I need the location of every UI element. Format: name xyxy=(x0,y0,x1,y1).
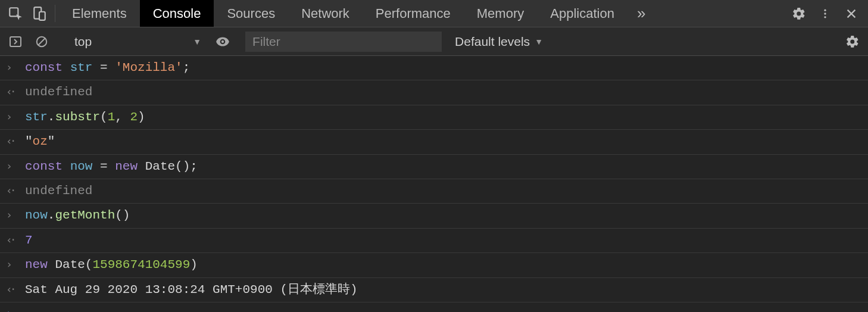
console-input-row: ›const str = 'Mozilla'; xyxy=(0,56,868,80)
chevron-double-right-icon: » xyxy=(637,4,645,23)
prompt-marker-icon: › xyxy=(6,305,17,312)
toggle-device-toolbar-icon[interactable] xyxy=(27,0,51,27)
svg-point-4 xyxy=(824,13,826,14)
tabbar-right xyxy=(786,0,868,27)
output-marker-icon: ‹· xyxy=(6,282,17,297)
log-content: const now = new Date(); xyxy=(25,158,198,175)
console-settings-icon[interactable] xyxy=(842,32,863,51)
log-content: const str = 'Mozilla'; xyxy=(25,59,190,76)
tab-elements[interactable]: Elements xyxy=(59,0,140,27)
input-marker-icon: › xyxy=(6,60,17,74)
kebab-menu-icon[interactable] xyxy=(812,8,838,20)
filter-textbox[interactable] xyxy=(245,32,442,52)
devtools-tabbar: ElementsConsoleSourcesNetworkPerformance… xyxy=(0,0,868,27)
log-content: undefined xyxy=(25,182,92,199)
levels-label: Default levels xyxy=(455,35,530,49)
settings-icon[interactable] xyxy=(786,7,812,21)
console-output-row: ‹·7 xyxy=(0,229,868,253)
tab-performance[interactable]: Performance xyxy=(363,0,464,27)
toggle-sidebar-icon[interactable] xyxy=(5,32,26,51)
tab-console[interactable]: Console xyxy=(140,0,214,27)
output-marker-icon: ‹· xyxy=(6,183,17,198)
log-levels-select[interactable]: Default levels ▼ xyxy=(455,35,543,49)
console-input-row: ›const now = new Date(); xyxy=(0,155,868,179)
svg-point-3 xyxy=(824,9,826,11)
console-output-row: ‹·undefined xyxy=(0,179,868,204)
console-output-row: ‹·undefined xyxy=(0,80,868,105)
svg-point-5 xyxy=(824,16,826,18)
close-icon[interactable] xyxy=(838,7,864,20)
log-content: new Date(1598674104599) xyxy=(25,256,198,273)
toolbar-right xyxy=(834,32,863,51)
log-content: 7 xyxy=(25,232,33,249)
output-marker-icon: ‹· xyxy=(6,133,17,148)
console-toolbar: top ▼ Default levels ▼ xyxy=(0,27,868,56)
console-input-row: ›str.substr(1, 2) xyxy=(0,105,868,130)
separator xyxy=(55,5,55,22)
log-content: undefined xyxy=(25,83,92,101)
console-input-row: ›now.getMonth() xyxy=(0,204,868,228)
console-output-row: ‹·Sat Aug 29 2020 13:08:24 GMT+0900 (日本標… xyxy=(0,278,868,302)
filter-input[interactable] xyxy=(245,32,442,52)
input-marker-icon: › xyxy=(6,207,17,222)
log-content: now.getMonth() xyxy=(25,207,130,224)
log-content: str.substr(1, 2) xyxy=(25,108,145,126)
chevron-down-icon: ▼ xyxy=(193,37,201,46)
console-prompt-row: › xyxy=(0,302,868,312)
panel-tabs: ElementsConsoleSourcesNetworkPerformance… xyxy=(59,0,627,27)
inspect-element-icon[interactable] xyxy=(4,0,27,27)
output-marker-icon: ‹· xyxy=(6,232,17,247)
console-input-row: ›new Date(1598674104599) xyxy=(0,253,868,277)
log-content: Sat Aug 29 2020 13:08:24 GMT+0900 (日本標準時… xyxy=(25,281,358,298)
context-label: top xyxy=(74,35,92,49)
tab-network[interactable]: Network xyxy=(288,0,363,27)
more-tabs-button[interactable]: » xyxy=(627,0,655,27)
svg-rect-2 xyxy=(39,11,45,20)
live-expression-icon[interactable] xyxy=(212,32,233,51)
console-output-row: ‹·"oz" xyxy=(0,130,868,154)
input-marker-icon: › xyxy=(6,109,17,124)
input-marker-icon: › xyxy=(6,257,17,272)
tab-application[interactable]: Application xyxy=(537,0,627,27)
clear-console-icon[interactable] xyxy=(31,32,52,51)
input-marker-icon: › xyxy=(6,158,17,173)
output-marker-icon: ‹· xyxy=(6,84,17,99)
console-log[interactable]: ›const str = 'Mozilla';‹·undefined›str.s… xyxy=(0,56,868,312)
execution-context-select[interactable]: top ▼ xyxy=(68,32,207,51)
chevron-down-icon: ▼ xyxy=(535,37,543,46)
tab-memory[interactable]: Memory xyxy=(464,0,537,27)
log-content: "oz" xyxy=(25,133,55,150)
svg-rect-6 xyxy=(10,37,21,46)
tab-sources[interactable]: Sources xyxy=(214,0,288,27)
